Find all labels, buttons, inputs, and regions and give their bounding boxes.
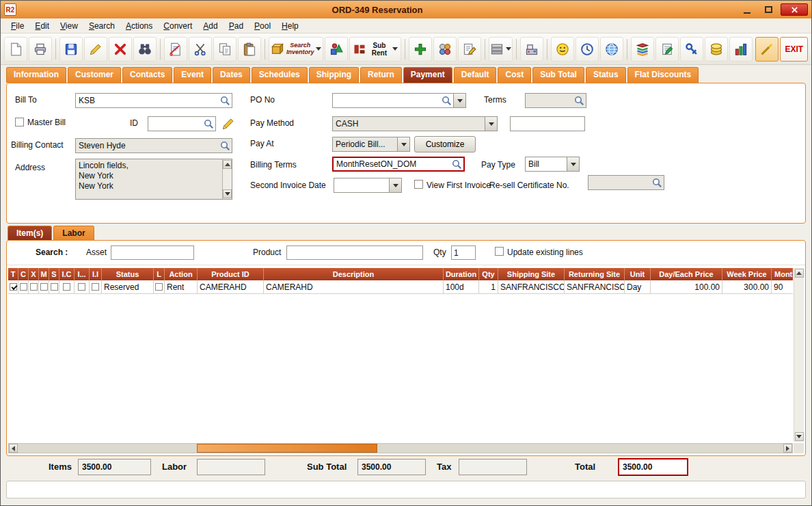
- pay-type-dropdown-button[interactable]: [567, 157, 579, 171]
- scroll-down-button[interactable]: [795, 432, 804, 441]
- magnifier-icon[interactable]: [442, 96, 452, 106]
- cut-button[interactable]: [189, 37, 212, 62]
- cell-i-c[interactable]: [59, 280, 75, 294]
- chart-button[interactable]: [729, 37, 753, 62]
- column-header-duration[interactable]: Duration: [444, 268, 479, 280]
- magnifier-icon[interactable]: [220, 141, 230, 151]
- row-checkbox[interactable]: [20, 283, 27, 291]
- tab-payment[interactable]: Payment: [403, 67, 452, 83]
- tab-flat-discounts[interactable]: Flat Discounts: [627, 67, 699, 83]
- tab-default[interactable]: Default: [454, 67, 497, 83]
- items-horizontal-scrollbar[interactable]: [8, 443, 793, 453]
- column-header-m[interactable]: M: [39, 268, 49, 280]
- magnifier-icon[interactable]: [220, 96, 230, 106]
- sub-rent-button[interactable]: Sub Rent: [349, 37, 401, 62]
- column-header-returning-site[interactable]: Returning Site: [565, 268, 625, 280]
- close-button[interactable]: [781, 3, 808, 16]
- paste-button[interactable]: [238, 37, 261, 62]
- cell-s[interactable]: [49, 280, 59, 294]
- tab-dates[interactable]: Dates: [213, 67, 250, 83]
- cell-qty[interactable]: 1: [479, 280, 498, 294]
- clock-button[interactable]: [576, 37, 599, 62]
- print-button[interactable]: [29, 37, 52, 62]
- new-button[interactable]: [4, 37, 27, 62]
- tab-status[interactable]: Status: [586, 67, 626, 83]
- column-header-day-each-price[interactable]: Day/Each Price: [651, 268, 722, 280]
- cut-document-button[interactable]: [164, 37, 187, 62]
- magnifier-icon[interactable]: [204, 119, 214, 129]
- cell-x[interactable]: [29, 280, 39, 294]
- save-button[interactable]: [59, 37, 83, 62]
- scroll-left-button[interactable]: [9, 444, 18, 453]
- pay-method-extra-field[interactable]: [510, 116, 585, 131]
- row-checkbox[interactable]: [78, 283, 85, 291]
- tab-item-s[interactable]: Item(s): [8, 226, 52, 240]
- add-button[interactable]: [409, 37, 432, 62]
- asset-input[interactable]: [111, 245, 194, 260]
- notepad-button[interactable]: [655, 37, 679, 62]
- note-button[interactable]: [458, 37, 481, 62]
- menu-item-file[interactable]: File: [6, 20, 29, 32]
- cell-duration[interactable]: 100d: [444, 280, 479, 294]
- minimize-button[interactable]: [738, 3, 756, 16]
- qty-input[interactable]: 1: [451, 245, 476, 260]
- column-header-unit[interactable]: Unit: [625, 268, 651, 280]
- money-button[interactable]: [705, 37, 728, 62]
- pay-at-select[interactable]: Periodic Bill...: [332, 137, 410, 152]
- dropdown-arrow-icon[interactable]: [392, 47, 398, 51]
- cell-shipping-site[interactable]: SANFRANCISCO: [498, 280, 565, 294]
- exit-button[interactable]: EXIT: [780, 37, 808, 62]
- cell-returning-site[interactable]: SANFRANCISCO: [565, 280, 625, 294]
- column-header-status[interactable]: Status: [102, 268, 154, 280]
- fax-button[interactable]: [520, 37, 543, 62]
- row-checkbox[interactable]: [10, 283, 17, 291]
- column-header-l[interactable]: L: [154, 268, 165, 280]
- find-button[interactable]: [133, 37, 157, 62]
- cell-month[interactable]: 90: [772, 280, 793, 294]
- row-checkbox[interactable]: [51, 283, 58, 291]
- cell-day-each-price[interactable]: 100.00: [651, 280, 722, 294]
- view-first-invoice-checkbox[interactable]: [414, 180, 423, 189]
- resell-certificate-field[interactable]: [588, 175, 664, 190]
- items-vertical-scrollbar[interactable]: [794, 268, 804, 442]
- pay-method-select[interactable]: CASH: [332, 116, 498, 131]
- magnifier-icon[interactable]: [652, 178, 662, 188]
- cell-m[interactable]: [39, 280, 49, 294]
- tab-return[interactable]: Return: [360, 67, 402, 83]
- column-header-i-c[interactable]: I.C: [59, 268, 75, 280]
- menu-item-help[interactable]: Help: [277, 20, 303, 32]
- layers-button[interactable]: [631, 37, 654, 62]
- menu-item-edit[interactable]: Edit: [30, 20, 54, 32]
- menu-item-actions[interactable]: Actions: [121, 20, 157, 32]
- cell-c[interactable]: [18, 280, 29, 294]
- pay-at-dropdown-button[interactable]: [397, 137, 409, 151]
- menu-item-pool[interactable]: Pool: [249, 20, 275, 32]
- column-header-x[interactable]: X: [29, 268, 39, 280]
- menu-item-convert[interactable]: Convert: [159, 20, 197, 32]
- scroll-down-button[interactable]: [223, 189, 232, 198]
- billing-terms-field[interactable]: MonthResetON_DOM: [332, 157, 465, 172]
- key-button[interactable]: [680, 37, 703, 62]
- menu-item-add[interactable]: Add: [198, 20, 222, 32]
- tab-information[interactable]: Information: [6, 67, 66, 83]
- id-field[interactable]: [148, 116, 216, 131]
- edit-id-pencil-icon[interactable]: [221, 117, 235, 131]
- magnifier-icon[interactable]: [452, 159, 462, 170]
- row-checkbox[interactable]: [30, 283, 38, 291]
- column-header-t[interactable]: T: [8, 268, 18, 280]
- customize-button[interactable]: Customize: [414, 136, 476, 152]
- smiley-button[interactable]: [551, 37, 574, 62]
- column-header-i-i[interactable]: I.I: [90, 268, 102, 280]
- cell-description[interactable]: CAMERAHD: [264, 280, 444, 294]
- po-no-dropdown-button[interactable]: [453, 94, 465, 107]
- billing-contact-field[interactable]: Steven Hyde: [75, 138, 232, 153]
- dropdown-arrow-icon[interactable]: [506, 47, 511, 51]
- stack-button[interactable]: [489, 37, 513, 62]
- column-header-product-id[interactable]: Product ID: [198, 268, 264, 280]
- magnifier-icon[interactable]: [574, 96, 584, 106]
- horizontal-scroll-thumb[interactable]: [197, 444, 377, 453]
- column-header-i[interactable]: I...: [75, 268, 90, 280]
- pay-type-select[interactable]: Bill: [525, 157, 580, 172]
- tab-shipping[interactable]: Shipping: [309, 67, 359, 83]
- column-header-week-price[interactable]: Week Price: [722, 268, 772, 280]
